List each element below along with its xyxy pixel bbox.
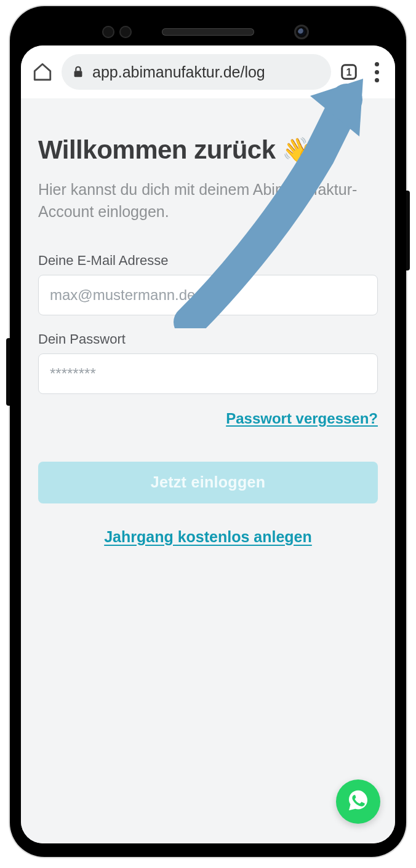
- address-bar[interactable]: app.abimanufaktur.de/log: [62, 54, 331, 90]
- browser-toolbar: app.abimanufaktur.de/log 1: [21, 45, 395, 98]
- url-text: app.abimanufaktur.de/log: [92, 63, 265, 81]
- svg-text:1: 1: [346, 66, 351, 77]
- phone-screen: app.abimanufaktur.de/log 1 Willkommen zu…: [21, 45, 395, 843]
- phone-sensor: [102, 26, 114, 38]
- phone-frame: app.abimanufaktur.de/log 1 Willkommen zu…: [10, 6, 406, 857]
- home-icon[interactable]: [32, 61, 53, 82]
- page-title-text: Willkommen zurück: [38, 135, 276, 165]
- phone-speaker: [162, 28, 254, 36]
- email-group: Deine E-Mail Adresse: [38, 253, 378, 315]
- tabs-icon[interactable]: 1: [340, 63, 358, 81]
- password-label: Dein Passwort: [38, 331, 378, 347]
- login-form: Deine E-Mail Adresse Dein Passwort Passw…: [38, 253, 378, 546]
- password-field[interactable]: [38, 353, 378, 394]
- password-group: Dein Passwort: [38, 331, 378, 394]
- forgot-password-link[interactable]: Passwort vergessen?: [226, 410, 378, 427]
- page-content: Willkommen zurück 👋 Hier kannst du dich …: [21, 98, 395, 843]
- create-year-link[interactable]: Jahrgang kostenlos anlegen: [104, 528, 312, 545]
- signup-row: Jahrgang kostenlos anlegen: [38, 528, 378, 546]
- phone-sensor: [119, 26, 132, 38]
- page-title: Willkommen zurück 👋: [38, 135, 378, 165]
- login-button[interactable]: Jetzt einloggen: [38, 462, 378, 503]
- svg-rect-0: [74, 71, 82, 77]
- wave-emoji: 👋: [282, 138, 313, 162]
- email-label: Deine E-Mail Adresse: [38, 253, 378, 269]
- email-field[interactable]: [38, 275, 378, 315]
- whatsapp-icon: [346, 788, 370, 815]
- whatsapp-fab[interactable]: [336, 779, 380, 824]
- phone-front-camera: [294, 25, 309, 39]
- page-subtitle: Hier kannst du dich mit deinem Abimanufa…: [38, 178, 358, 223]
- forgot-password-row: Passwort vergessen?: [38, 410, 378, 427]
- lock-icon: [71, 65, 85, 79]
- kebab-menu-icon[interactable]: [369, 60, 384, 85]
